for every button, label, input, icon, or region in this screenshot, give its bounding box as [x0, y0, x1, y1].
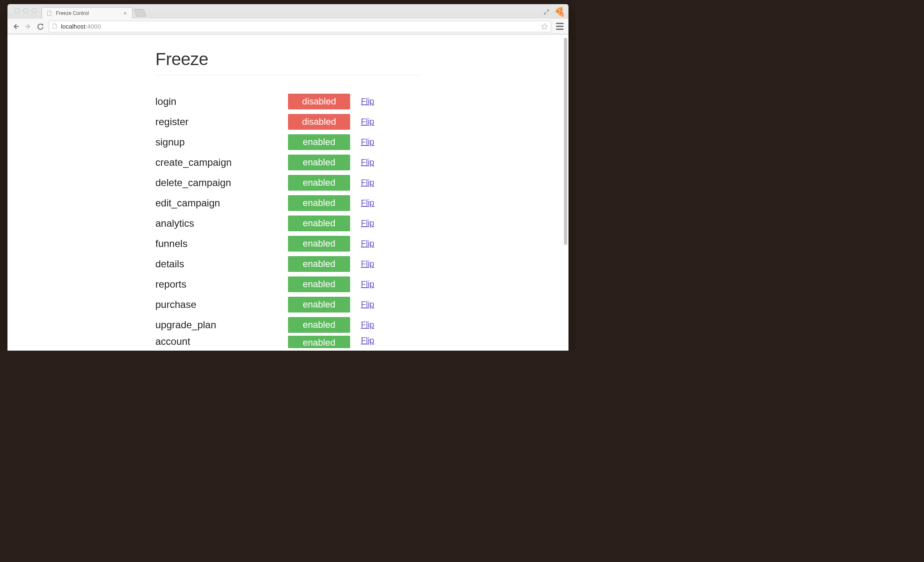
menu-button[interactable] — [555, 22, 564, 31]
feature-name: create_campaign — [155, 157, 288, 168]
tab-strip: Freeze Control × 🍕 — [7, 4, 568, 18]
feature-row: detailsenabledFlip — [155, 254, 421, 273]
browser-tab[interactable]: Freeze Control × — [41, 7, 133, 19]
feature-row: registerdisabledFlip — [155, 112, 421, 131]
feature-row: reportsenabledFlip — [155, 275, 421, 293]
status-badge: enabled — [288, 134, 350, 150]
feature-row: logindisabledFlip — [155, 92, 421, 111]
feature-name: details — [155, 258, 288, 270]
flip-link[interactable]: Flip — [361, 178, 374, 187]
close-window-button[interactable] — [15, 8, 20, 13]
flip-link[interactable]: Flip — [361, 279, 374, 289]
status-badge: enabled — [288, 256, 350, 272]
feature-row: delete_campaignenabledFlip — [155, 173, 421, 192]
status-badge: disabled — [288, 94, 350, 109]
url-host: localhost — [61, 23, 85, 30]
feature-name: edit_campaign — [155, 197, 288, 209]
flip-link[interactable]: Flip — [361, 157, 374, 167]
status-badge: enabled — [288, 297, 350, 312]
window-controls: 🍕 — [543, 7, 565, 17]
back-button[interactable] — [12, 22, 20, 31]
feature-name: login — [155, 96, 288, 107]
status-badge: enabled — [288, 336, 350, 348]
flip-link[interactable]: Flip — [361, 218, 374, 228]
flip-link[interactable]: Flip — [361, 300, 374, 309]
forward-button[interactable] — [24, 22, 32, 31]
page-viewport: Freeze logindisabledFlipregisterdisabled… — [7, 34, 568, 351]
feature-name: funnels — [155, 238, 288, 250]
feature-row: signupenabledFlip — [155, 133, 421, 151]
expand-icon[interactable] — [543, 9, 550, 15]
status-badge: enabled — [288, 236, 350, 252]
address-bar[interactable]: localhost:4000 — [49, 21, 551, 32]
new-tab-button[interactable] — [134, 9, 147, 17]
page-title: Freeze — [155, 49, 421, 69]
reload-button[interactable] — [36, 22, 45, 31]
feature-row: purchaseenabledFlip — [155, 295, 421, 314]
feature-name: reports — [155, 279, 288, 290]
status-badge: enabled — [288, 155, 350, 170]
window-traffic-lights — [11, 4, 41, 13]
feature-name: analytics — [155, 218, 288, 229]
close-tab-icon[interactable]: × — [122, 10, 128, 16]
browser-toolbar: localhost:4000 — [7, 18, 568, 34]
feature-name: delete_campaign — [155, 177, 288, 189]
browser-window: Freeze Control × 🍕 — [7, 4, 568, 351]
url-text: localhost:4000 — [61, 23, 101, 30]
flip-link[interactable]: Flip — [361, 259, 374, 269]
scrollbar[interactable] — [564, 38, 567, 245]
bookmark-star-icon[interactable] — [541, 23, 548, 30]
divider — [155, 75, 421, 75]
feature-name: signup — [155, 136, 288, 148]
feature-row: funnelsenabledFlip — [155, 234, 421, 253]
flip-link[interactable]: Flip — [361, 117, 374, 126]
flip-link[interactable]: Flip — [361, 239, 374, 248]
status-badge: disabled — [288, 114, 350, 130]
feature-list: logindisabledFlipregisterdisabledFlipsig… — [155, 92, 421, 348]
feature-row: analyticsenabledFlip — [155, 214, 421, 233]
flip-link[interactable]: Flip — [361, 97, 374, 106]
status-badge: enabled — [288, 216, 350, 231]
tab-title: Freeze Control — [56, 10, 119, 16]
feature-name: upgrade_plan — [155, 319, 288, 331]
status-badge: enabled — [288, 195, 350, 211]
flip-link[interactable]: Flip — [361, 336, 374, 345]
flip-link[interactable]: Flip — [361, 137, 374, 147]
pizza-icon[interactable]: 🍕 — [554, 7, 565, 17]
feature-row: accountenabledFlip — [155, 336, 421, 348]
flip-link[interactable]: Flip — [361, 320, 374, 329]
page-icon — [52, 23, 58, 30]
feature-name: purchase — [155, 299, 288, 310]
feature-row: edit_campaignenabledFlip — [155, 194, 421, 212]
feature-row: create_campaignenabledFlip — [155, 153, 421, 172]
minimize-window-button[interactable] — [23, 8, 28, 13]
status-badge: enabled — [288, 276, 350, 292]
browser-chrome: Freeze Control × 🍕 — [7, 4, 568, 34]
maximize-window-button[interactable] — [31, 8, 36, 13]
status-badge: enabled — [288, 175, 350, 191]
feature-name: register — [155, 116, 288, 128]
feature-row: upgrade_planenabledFlip — [155, 315, 421, 334]
page-content: Freeze logindisabledFlipregisterdisabled… — [155, 34, 421, 348]
flip-link[interactable]: Flip — [361, 198, 374, 208]
feature-name: account — [155, 336, 288, 347]
page-icon — [46, 10, 53, 17]
status-badge: enabled — [288, 317, 350, 333]
url-port: :4000 — [85, 23, 101, 30]
